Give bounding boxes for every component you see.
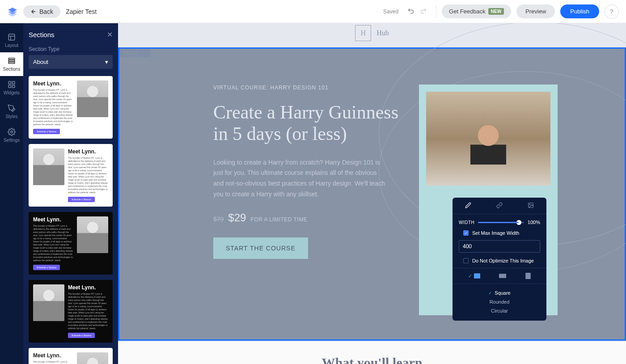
rail-label: Sections [3,67,20,72]
hero-photo[interactable] [426,92,550,186]
redo-button[interactable] [419,7,427,17]
svg-point-10 [11,131,13,133]
svg-rect-4 [8,60,15,62]
template-desc: The founder of Modern PT, Lynn is dedica… [33,360,73,364]
hero-left: VIRTUAL COURSE: HARRY DESIGN 101 Create … [213,85,401,313]
svg-rect-13 [474,273,480,279]
feedback-label: Get Feedback [449,8,486,15]
shape-rounded[interactable]: Rounded [459,297,540,306]
template-card[interactable]: Meet Lynn. The founder of Modern PT, Lyn… [29,280,113,343]
svg-rect-8 [8,85,11,88]
canvas[interactable]: H Hub HERO ⋯ VIRTUAL COURSE: HARRY DESIG… [118,23,626,364]
no-optimize-checkbox[interactable]: Do Not Optimize This Image [459,258,540,263]
svg-rect-15 [525,273,530,279]
preview-button[interactable]: Preview [516,4,555,18]
hero-section[interactable]: HERO ⋯ VIRTUAL COURSE: HARRY DESIGN 101 … [118,47,626,341]
template-thumbnail [33,284,64,321]
template-cta: Schedule a Session [68,333,95,338]
width-row: WIDTH 100% [459,220,540,225]
max-width-input[interactable] [459,240,540,253]
slider-thumb[interactable] [516,220,521,225]
hero-content: VIRTUAL COURSE: HARRY DESIGN 101 Create … [119,49,625,339]
left-rail: Layout Sections Widgets Styles Settings [0,23,23,364]
template-title: Meet Lynn. [33,216,73,223]
price-row[interactable]: $79 $29 FOR A LIMITED TIME [213,212,401,224]
template-cta: Schedule a Session [68,197,95,202]
section-type-select[interactable]: About ▾ [29,55,113,69]
link-tab-icon[interactable] [496,202,503,209]
template-text: Meet Lynn. The founder of Modern PT, Lyn… [33,352,73,364]
template-card[interactable]: Meet Lynn. The founder of Modern PT, Lyn… [29,76,113,139]
undo-redo-group [404,7,431,17]
hero-title[interactable]: Create a Harry Guinness in 5 days (or le… [213,102,401,145]
project-title: Zapier Test [66,8,97,15]
template-cta: Schedule a Session [33,265,60,270]
aspect-wide-icon[interactable] [499,274,506,278]
separator [453,268,546,268]
publish-button[interactable]: Publish [560,4,599,18]
back-button[interactable]: Back [23,5,60,18]
template-desc: The founder of Modern PT, Lynn is dedica… [33,224,73,262]
undo-button[interactable] [407,7,415,17]
aspect-portrait-icon[interactable] [525,273,531,279]
price-note: FOR A LIMITED TIME [250,216,307,223]
template-text: Meet Lynn. The founder of Modern PT, Lyn… [68,148,108,202]
price-new: $29 [228,212,246,224]
panel-head: Sections ✕ [29,30,113,39]
styles-icon [8,104,16,112]
shape-circular[interactable]: Circular [459,306,540,315]
eyebrow[interactable]: VIRTUAL COURSE: HARRY DESIGN 101 [213,85,401,91]
check-label: Set Max Image Width [472,230,519,236]
template-text: Meet Lynn. The founder of Modern PT, Lyn… [33,80,73,134]
template-card[interactable]: Meet Lynn. The founder of Modern PT, Lyn… [29,348,113,364]
template-thumbnail [77,80,108,117]
set-max-width-checkbox[interactable]: ✓ Set Max Image Width [459,230,540,236]
rail-styles[interactable]: Styles [0,100,23,123]
select-value: About [33,59,48,65]
template-card[interactable]: Meet Lynn. The founder of Modern PT, Lyn… [29,144,113,207]
width-label: WIDTH [459,220,474,225]
shape-square[interactable]: Square [459,288,540,297]
rail-widgets[interactable]: Widgets [0,76,23,100]
template-card[interactable]: Meet Lynn. The founder of Modern PT, Lyn… [29,212,113,275]
aspect-original-icon[interactable]: ✓ [468,273,480,279]
image-tab-icon[interactable] [528,202,534,209]
brand-logo: H [355,25,371,41]
checkbox-icon [463,258,469,263]
next-section[interactable]: What you'll learn [118,342,626,364]
saved-status: Saved [383,8,398,15]
cta-button[interactable]: START THE COURSE [213,237,308,259]
divider [436,5,436,18]
rail-sections[interactable]: Sections [0,52,23,76]
chevron-down-icon: ▾ [105,59,108,65]
panel-title: Sections [29,31,55,38]
widgets-icon [8,80,16,89]
help-button[interactable]: ? [605,4,619,19]
template-thumbnail [77,352,108,364]
aspect-row: ✓ [459,273,540,279]
svg-rect-9 [13,85,15,88]
rail-layout[interactable]: Layout [0,29,23,52]
rail-settings[interactable]: Settings [0,123,23,147]
template-desc: The founder of Modern PT, Lynn is dedica… [68,292,108,330]
template-title: Meet Lynn. [33,352,73,359]
template-thumbnail [33,148,64,185]
rail-label: Layout [5,43,18,48]
template-desc: The founder of Modern PT, Lynn is dedica… [68,157,108,194]
template-title: Meet Lynn. [68,284,108,291]
topbar-right: Saved Get Feedback NEW Preview Publish ? [383,4,619,19]
main: Layout Sections Widgets Styles Settings … [0,23,626,364]
template-title: Meet Lynn. [33,80,73,87]
svg-point-12 [529,204,530,205]
edit-tab-icon[interactable] [465,202,471,209]
sections-icon [8,57,16,65]
template-title: Meet Lynn. [68,148,108,155]
get-feedback-button[interactable]: Get Feedback NEW [442,4,511,18]
rail-label: Widgets [4,90,20,95]
close-icon[interactable]: ✕ [107,30,113,39]
template-text: Meet Lynn. The founder of Modern PT, Lyn… [33,216,73,270]
check-label: Do Not Optimize This Image [472,258,534,263]
width-slider[interactable] [478,222,524,223]
hero-description[interactable]: Looking to create a Harry from scratch? … [213,157,388,200]
svg-rect-6 [8,81,11,84]
